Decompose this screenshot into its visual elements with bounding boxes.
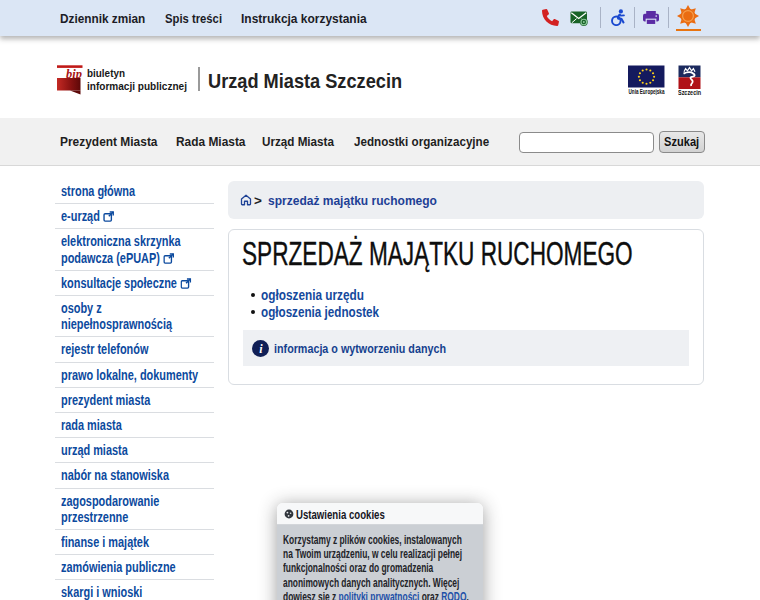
- svg-text:informacji publicznej: informacji publicznej: [87, 80, 187, 92]
- svg-text:biuletyn: biuletyn: [87, 67, 125, 79]
- svg-text:Unia Europejska: Unia Europejska: [629, 87, 665, 95]
- svg-text:Szczecin: Szczecin: [678, 89, 701, 96]
